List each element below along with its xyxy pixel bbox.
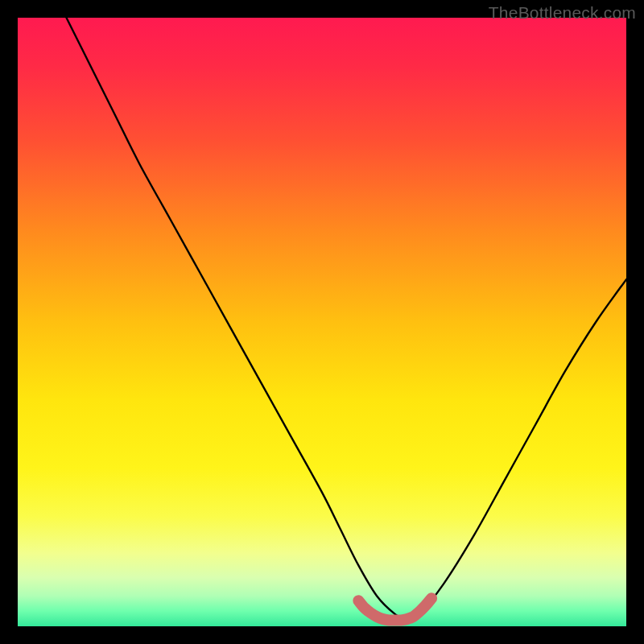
chart-stage: TheBottleneck.com: [0, 0, 644, 644]
bottleneck-curve: [66, 18, 626, 620]
optimal-region-marker: [358, 598, 431, 620]
curve-layer: [18, 18, 626, 626]
plot-area: [18, 18, 626, 626]
watermark-text: TheBottleneck.com: [489, 3, 636, 23]
